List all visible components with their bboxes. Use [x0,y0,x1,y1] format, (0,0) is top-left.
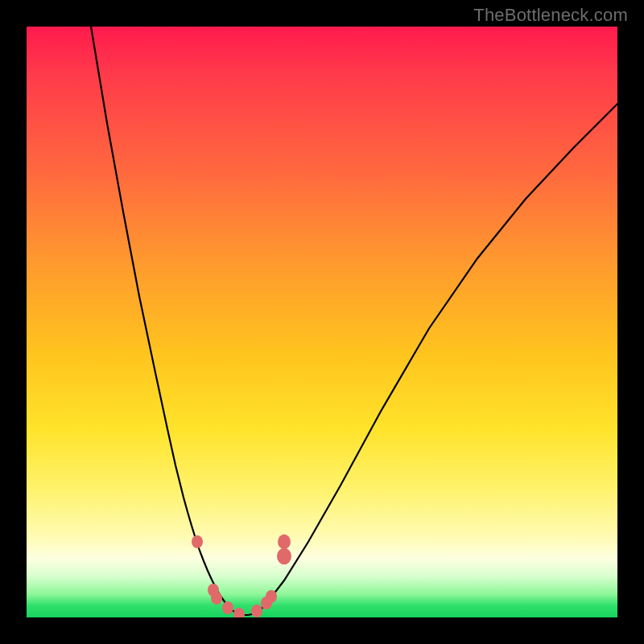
data-marker [251,605,262,617]
data-marker [192,535,203,548]
watermark-text: TheBottleneck.com [473,5,628,26]
chart-frame: TheBottleneck.com [0,0,644,644]
data-marker [266,590,277,603]
plot-area [27,27,617,617]
bottleneck-curve [91,27,617,615]
data-marker [211,592,222,605]
data-markers [192,535,291,617]
data-marker [222,601,233,614]
data-marker [277,548,291,565]
data-marker [233,608,245,617]
data-marker [278,535,291,549]
curve-layer [27,27,617,617]
